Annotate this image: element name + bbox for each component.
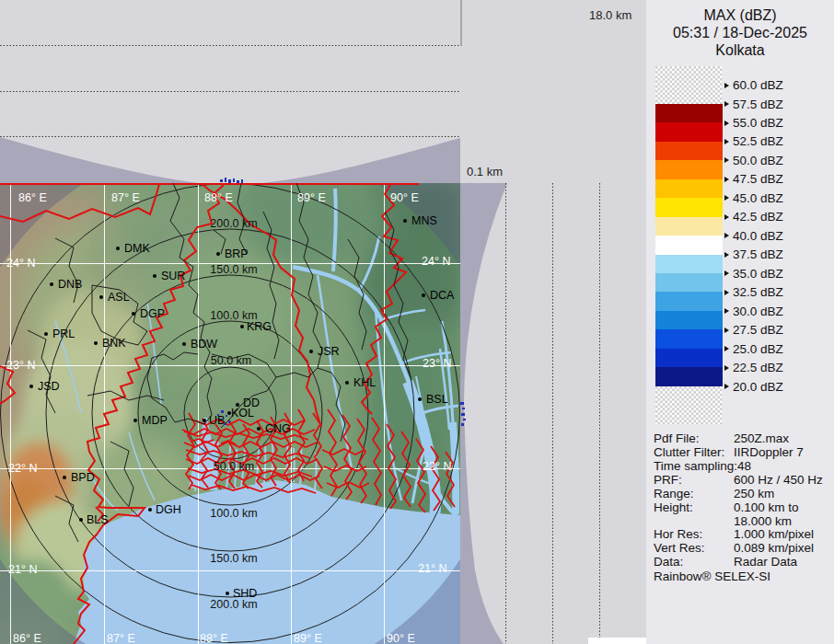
svg-text:24° N: 24° N <box>422 255 450 268</box>
svg-text:BPD: BPD <box>71 471 95 484</box>
svg-text:BRP: BRP <box>225 247 249 260</box>
svg-text:JSR: JSR <box>318 345 340 358</box>
svg-text:200.0 km: 200.0 km <box>210 598 257 611</box>
svg-text:50.0 km: 50.0 km <box>211 354 251 367</box>
svg-text:88° E: 88° E <box>200 632 228 644</box>
svg-text:87° E: 87° E <box>111 191 140 204</box>
svg-text:50.0 km: 50.0 km <box>214 460 254 473</box>
svg-text:24° N: 24° N <box>6 257 35 270</box>
svg-text:BLS: BLS <box>87 513 109 526</box>
svg-text:89° E: 89° E <box>294 632 322 644</box>
svg-text:SHD: SHD <box>233 587 257 600</box>
svg-text:SUR: SUR <box>161 270 185 282</box>
svg-text:90° E: 90° E <box>387 632 415 644</box>
svg-text:87° E: 87° E <box>107 632 135 644</box>
svg-text:KHL: KHL <box>353 376 376 389</box>
svg-text:86° E: 86° E <box>13 632 41 644</box>
svg-text:21° N: 21° N <box>418 562 446 575</box>
svg-text:BDW: BDW <box>191 338 217 351</box>
svg-text:21° N: 21° N <box>8 563 37 576</box>
svg-text:100.0 km: 100.0 km <box>210 507 257 520</box>
svg-text:MNS: MNS <box>411 214 437 227</box>
svg-text:22° N: 22° N <box>8 462 37 475</box>
svg-text:JSD: JSD <box>38 380 60 393</box>
svg-text:DGH: DGH <box>156 503 181 516</box>
svg-text:KRG: KRG <box>247 320 272 333</box>
svg-text:200.0 km: 200.0 km <box>210 217 257 230</box>
svg-text:PRL: PRL <box>52 328 75 340</box>
svg-text:BSL: BSL <box>426 393 448 406</box>
svg-text:88° E: 88° E <box>204 191 233 204</box>
svg-text:150.0 km: 150.0 km <box>210 552 257 565</box>
svg-text:DMK: DMK <box>124 242 150 255</box>
svg-text:CNG: CNG <box>265 422 291 435</box>
svg-text:23° N: 23° N <box>423 357 451 370</box>
svg-text:90° E: 90° E <box>390 191 419 204</box>
svg-text:DGP: DGP <box>140 307 165 320</box>
svg-text:150.0 km: 150.0 km <box>210 263 257 276</box>
svg-text:DNB: DNB <box>58 278 82 291</box>
svg-text:86° E: 86° E <box>18 191 47 204</box>
svg-text:KOL: KOL <box>231 407 254 420</box>
svg-text:ASL: ASL <box>108 291 130 304</box>
svg-text:UB: UB <box>209 414 225 427</box>
svg-text:DCA: DCA <box>430 289 455 302</box>
svg-text:89° E: 89° E <box>297 191 326 204</box>
svg-text:BNK: BNK <box>102 337 126 350</box>
svg-text:MDP: MDP <box>142 414 168 427</box>
svg-text:22° N: 22° N <box>423 460 451 473</box>
svg-text:23° N: 23° N <box>6 359 35 372</box>
